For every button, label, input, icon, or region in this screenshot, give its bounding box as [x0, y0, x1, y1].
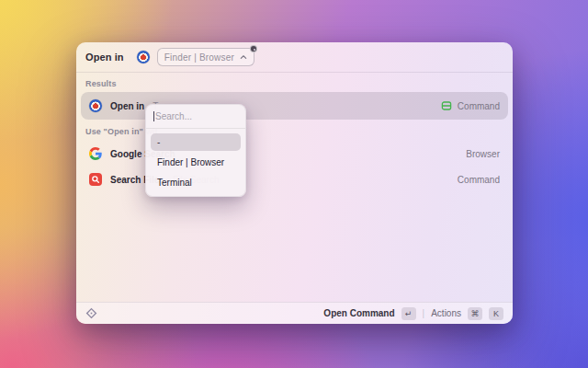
window-header: Open in Finder | Browser [76, 42, 513, 72]
dropdown-option-finder-browser[interactable]: Finder | Browser [151, 154, 241, 171]
command-window-icon [441, 100, 452, 111]
footer-separator: | [423, 308, 425, 318]
action-bar: Open Command ↵ | Actions ⌘ K [76, 302, 513, 324]
cmd-key-icon: ⌘ [468, 307, 482, 320]
actions-button[interactable]: Actions [431, 308, 461, 318]
open-in-icon [89, 99, 102, 112]
raycast-logo-icon [85, 307, 97, 319]
list-item-title: Open in [110, 101, 144, 111]
chevron-up-icon [240, 54, 247, 60]
results-list: Results Open in T Command Use "Open in" … [76, 73, 513, 302]
list-item-type: Command [458, 175, 500, 185]
argument-dropdown[interactable]: Finder | Browser [157, 48, 254, 66]
list-item-type: Browser [466, 149, 500, 159]
command-title: Open in [85, 52, 124, 63]
google-icon [89, 147, 102, 160]
list-item-type: Command [458, 101, 500, 111]
raycast-window: Open in Finder | Browser Results Open in [76, 42, 513, 324]
k-key-icon: K [489, 307, 503, 320]
dropdown-search-input[interactable] [154, 111, 238, 121]
section-results: Results [85, 79, 513, 88]
dropdown-option-dash[interactable]: - [151, 133, 241, 151]
enter-key-icon: ↵ [401, 307, 416, 320]
dropdown-search[interactable] [146, 105, 245, 128]
primary-action-label[interactable]: Open Command [323, 308, 394, 318]
file-search-icon [89, 173, 102, 186]
argument-dropdown-panel: - Finder | Browser Terminal [145, 104, 246, 197]
open-in-icon [137, 51, 150, 63]
argument-dropdown-value: Finder | Browser [164, 52, 234, 63]
desktop-background: Open in Finder | Browser Results Open in [0, 0, 588, 368]
dropdown-option-terminal[interactable]: Terminal [151, 174, 241, 191]
argument-badge [250, 45, 257, 52]
